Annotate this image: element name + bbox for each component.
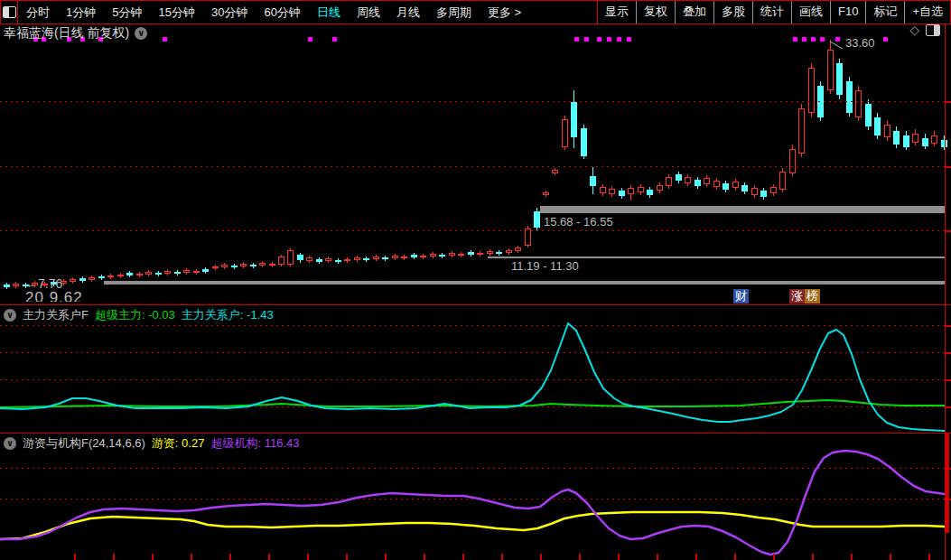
time-axis-tick <box>113 554 115 560</box>
signal-dot <box>835 37 840 42</box>
axis-tick <box>945 230 951 232</box>
panel-layout-icon[interactable] <box>926 24 940 36</box>
time-axis-tick <box>928 554 930 560</box>
time-axis-tick <box>579 554 581 560</box>
time-axis-tick <box>268 554 270 560</box>
time-axis-tick <box>657 554 658 560</box>
panel3-indicator-name: 游资与机构F(24,14,6,6) <box>23 435 145 452</box>
time-axis-tick <box>346 554 348 560</box>
time-axis-tick <box>540 554 542 560</box>
axis-tick <box>945 325 951 327</box>
signal-dot <box>163 37 167 42</box>
time-axis-tick <box>501 554 503 560</box>
tool-menu-item-1[interactable]: 复权 <box>637 1 676 23</box>
period-menu-item-3[interactable]: 15分钟 <box>150 2 202 23</box>
signal-dot <box>802 37 806 42</box>
tool-menu-item-4[interactable]: 统计 <box>753 1 792 23</box>
peak-arrow <box>830 42 843 49</box>
time-axis-tick <box>890 554 891 560</box>
low-price-line2: 20 9.62 <box>25 290 296 302</box>
signal-dot <box>793 37 797 42</box>
panel-separator-2 <box>0 433 951 434</box>
signal-dot <box>574 37 579 42</box>
signal-dot <box>332 37 337 42</box>
layout-toggle-button[interactable] <box>1 1 18 23</box>
tool-menu-item-2[interactable]: 叠加 <box>676 1 714 23</box>
time-axis-tick <box>385 554 387 560</box>
tool-menu-item-6[interactable]: F10 <box>831 1 866 23</box>
time-axis-tick <box>462 554 464 560</box>
tool-menu-item-5[interactable]: 画线 <box>792 1 831 23</box>
time-axis-tick <box>424 554 425 560</box>
diamond-marker-icon[interactable]: ◇ <box>909 23 919 36</box>
panel2-series1: 超级主力: -0.03 <box>95 307 175 323</box>
period-menu-item-4[interactable]: 30分钟 <box>203 2 256 23</box>
time-axis-tick <box>618 554 620 560</box>
split-layout-icon <box>3 6 16 18</box>
panel3-series2: 超级机构: 116.43 <box>210 435 299 452</box>
panel3-collapse-icon[interactable]: ∨ <box>4 437 16 450</box>
time-axis-tick <box>229 554 231 560</box>
panel3-header: ∨ 游资与机构F(24,14,6,6) 游资: 0.27 超级机构: 116.4… <box>4 435 299 452</box>
panel2-header: ∨ 主力关系户F 超级主力: -0.03 主力关系户: -1.43 <box>4 307 274 323</box>
gap-price-label-2: 11.19 - 11.30 <box>511 259 579 273</box>
period-menu-item-5[interactable]: 60分钟 <box>256 2 308 23</box>
chevron-down-icon[interactable]: ∨ <box>135 27 147 40</box>
period-menu-item-9[interactable]: 多周期 <box>428 2 480 23</box>
period-menu-item-7[interactable]: 周线 <box>349 2 388 23</box>
chart-title: 幸福蓝海(日线 前复权) <box>4 25 129 42</box>
low-price-label: ←7.76 20 9.62 <box>25 277 296 302</box>
axis-tick <box>945 352 951 354</box>
indicator-line <box>0 323 945 431</box>
period-menu-item-1[interactable]: 1分钟 <box>58 2 104 23</box>
badge-rank[interactable]: 榜 <box>805 289 820 303</box>
panel-separator-1 <box>0 304 951 305</box>
time-axis-tick <box>773 554 775 560</box>
time-axis-tick <box>307 554 309 560</box>
time-axis-tick <box>695 554 697 560</box>
axis-tick <box>945 101 951 103</box>
period-menu-item-2[interactable]: 5分钟 <box>104 2 150 23</box>
tool-menu-item-3[interactable]: 多股 <box>714 1 753 23</box>
indicator-line <box>0 400 945 407</box>
badge-finance[interactable]: 财 <box>733 289 749 303</box>
tool-menu-item-7[interactable]: 标记 <box>866 1 905 23</box>
peak-price-label: 33.60 <box>845 36 875 50</box>
badge-rise[interactable]: 涨 <box>789 289 805 303</box>
panel2-indicator-name: 主力关系户F <box>23 307 89 323</box>
trading-app-window: 分时1分钟5分钟15分钟30分钟60分钟日线周线月线多周期更多 > 显示复权叠加… <box>0 0 951 560</box>
period-menu-item-0[interactable]: 分时 <box>18 2 58 23</box>
time-axis-tick <box>851 554 853 560</box>
signal-dot <box>883 37 888 42</box>
tool-menu-item-0[interactable]: 显示 <box>598 1 637 23</box>
period-menu-item-8[interactable]: 月线 <box>388 2 428 23</box>
period-menu: 分时1分钟5分钟15分钟30分钟60分钟日线周线月线多周期更多 > <box>18 1 597 23</box>
time-axis-tick <box>191 554 192 560</box>
period-menu-item-6[interactable]: 日线 <box>309 2 349 23</box>
right-axis-highlight-bar <box>946 434 949 533</box>
gap-price-label-1: 15.68 - 16.55 <box>544 215 613 229</box>
signal-dot <box>308 37 312 42</box>
indicator-line <box>0 512 945 539</box>
signal-dot <box>811 37 816 42</box>
signal-dot <box>820 37 825 42</box>
axis-tick <box>945 379 951 381</box>
signal-dot <box>607 37 611 42</box>
signal-dot <box>627 37 631 42</box>
axis-tick <box>945 166 951 168</box>
time-axis-tick <box>74 554 76 560</box>
time-axis-tick <box>152 554 154 560</box>
axis-tick <box>945 468 951 470</box>
tool-menu-item-8[interactable]: +自选 <box>905 1 950 23</box>
chart-title-row: 幸福蓝海(日线 前复权) ∨ <box>4 25 147 42</box>
axis-tick <box>945 499 951 500</box>
time-axis-tick <box>812 554 814 560</box>
panel2-collapse-icon[interactable]: ∨ <box>4 309 16 322</box>
low-price-line1: ←7.76 <box>25 277 296 290</box>
corner-icons: ◇ <box>909 23 940 36</box>
time-axis-tick <box>734 554 736 560</box>
period-menu-item-10[interactable]: 更多 > <box>480 2 529 23</box>
signal-dot <box>584 37 589 42</box>
panel3-series1: 游资: 0.27 <box>152 435 205 452</box>
chart-area[interactable]: 15.68 - 16.55 11.19 - 11.30 33.60 ←7.76 … <box>0 0 951 560</box>
